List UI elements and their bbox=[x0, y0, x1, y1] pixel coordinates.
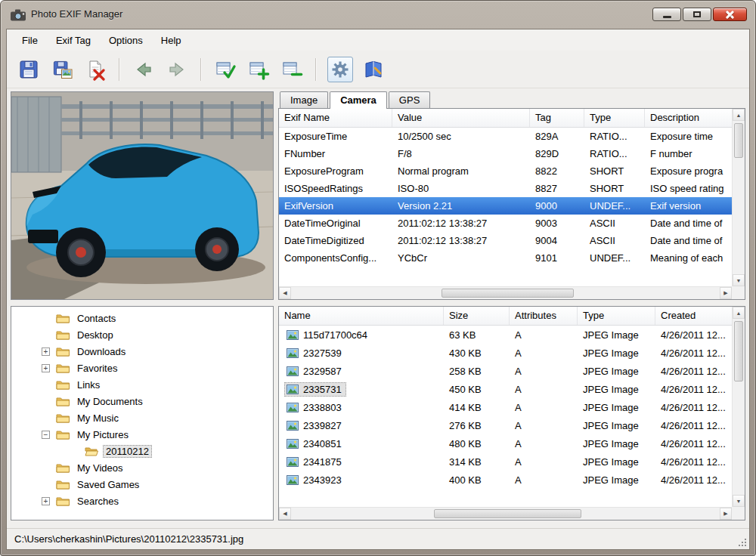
scrollbar-thumb[interactable] bbox=[434, 509, 581, 518]
scrollbar-thumb[interactable] bbox=[734, 321, 743, 381]
close-button[interactable] bbox=[713, 8, 747, 21]
exif-row-componentsconfig[interactable]: ComponentsConfig...YCbCr9101UNDEF...Mean… bbox=[279, 249, 732, 267]
menu-item-exif-tag[interactable]: Exif Tag bbox=[47, 31, 100, 50]
tree-item-my-documents[interactable]: My Documents bbox=[11, 393, 273, 409]
exif-row-datetimedigitized[interactable]: DateTimeDigitized2011:02:12 13:38:279004… bbox=[279, 232, 732, 249]
scroll-left-icon[interactable]: ◀ bbox=[279, 508, 291, 520]
save-button[interactable] bbox=[16, 57, 42, 82]
exif-row-exifversion[interactable]: ExifVersionVersion 2.219000UNDEF...Exif … bbox=[279, 197, 732, 215]
file-vertical-scrollbar[interactable]: ▲ ▼ bbox=[732, 307, 745, 507]
scroll-right-icon[interactable]: ▶ bbox=[720, 508, 732, 520]
menu-item-file[interactable]: File bbox=[13, 31, 47, 50]
exif-cell: UNDEF... bbox=[584, 200, 645, 212]
exif-row-exposureprogram[interactable]: ExposureProgramNormal program8822SHORTEx… bbox=[279, 162, 732, 180]
exif-row-exposuretime[interactable]: ExposureTime10/2500 sec829ARATIO...Expos… bbox=[279, 128, 732, 145]
client-area: FileExif TagOptionsHelp bbox=[6, 29, 750, 550]
exif-column-header-description[interactable]: Description bbox=[645, 109, 745, 127]
file-row-2335731[interactable]: 2335731450 KBAJPEG Image4/26/2011 12... bbox=[279, 380, 732, 398]
file-cell: JPEG Image bbox=[578, 348, 655, 359]
tree-item-my-pictures[interactable]: −My Pictures bbox=[11, 426, 273, 443]
folder-icon bbox=[56, 363, 70, 373]
tree-item-searches[interactable]: +Searches bbox=[11, 493, 273, 509]
save-as-button[interactable] bbox=[49, 57, 75, 82]
file-row-2340851[interactable]: 2340851480 KBAJPEG Image4/26/2011 12... bbox=[279, 434, 732, 453]
exif-vertical-scrollbar[interactable]: ▲ ▼ bbox=[732, 109, 745, 286]
tree-item-downloads[interactable]: +Downloads bbox=[11, 343, 273, 360]
scroll-left-icon[interactable]: ◀ bbox=[279, 287, 291, 299]
tree-item-20110212[interactable]: 20110212 bbox=[11, 443, 273, 459]
image-file-icon bbox=[287, 403, 299, 412]
tree-item-links[interactable]: Links bbox=[11, 376, 273, 393]
status-bar: C:\Users\cherkashin\Pictures\20110212\23… bbox=[7, 528, 749, 549]
file-row-2327539[interactable]: 2327539430 KBAJPEG Image4/26/2011 12... bbox=[279, 344, 732, 362]
scrollbar-thumb[interactable] bbox=[442, 289, 574, 298]
next-image-button[interactable] bbox=[164, 57, 190, 82]
tree-item-my-videos[interactable]: My Videos bbox=[11, 459, 273, 476]
options-button[interactable] bbox=[327, 57, 353, 82]
file-cell: 4/26/2011 12... bbox=[655, 329, 732, 341]
tree-item-contacts[interactable]: Contacts bbox=[11, 310, 273, 326]
next-image-icon bbox=[166, 58, 188, 81]
file-column-header-type[interactable]: Type bbox=[578, 307, 655, 325]
apply-tags-icon bbox=[214, 58, 237, 81]
remove-exif-button[interactable] bbox=[82, 57, 108, 82]
tree-item-saved-games[interactable]: Saved Games bbox=[11, 476, 273, 493]
exif-cell: Exif version bbox=[645, 200, 732, 212]
file-column-header-name[interactable]: Name bbox=[279, 307, 444, 325]
title-bar[interactable]: Photo EXIF Manager bbox=[1, 1, 755, 29]
exif-row-isospeedratings[interactable]: ISOSpeedRatingsISO-808827SHORTISO speed … bbox=[279, 180, 732, 197]
scroll-down-icon[interactable]: ▼ bbox=[733, 274, 745, 286]
file-horizontal-scrollbar[interactable]: ◀ ▶ bbox=[279, 507, 732, 520]
folder-tree: ContactsDesktop+Downloads+FavoritesLinks… bbox=[11, 307, 273, 509]
expand-icon[interactable]: + bbox=[42, 348, 50, 356]
file-row-2338803[interactable]: 2338803414 KBAJPEG Image4/26/2011 12... bbox=[279, 398, 732, 416]
exif-horizontal-scrollbar[interactable]: ◀ ▶ bbox=[279, 286, 732, 299]
file-row-2341875[interactable]: 2341875314 KBAJPEG Image4/26/2011 12... bbox=[279, 453, 732, 471]
remove-tag-button[interactable] bbox=[279, 57, 305, 82]
file-row-2329587[interactable]: 2329587258 KBAJPEG Image4/26/2011 12... bbox=[279, 362, 732, 380]
maximize-icon bbox=[693, 11, 701, 17]
exif-column-header-value[interactable]: Value bbox=[392, 109, 530, 127]
file-row-115d71700c64[interactable]: 115d71700c6463 KBAJPEG Image4/26/2011 12… bbox=[279, 326, 732, 344]
maximize-button[interactable] bbox=[683, 8, 711, 21]
file-cell: A bbox=[510, 402, 578, 413]
exif-row-fnumber[interactable]: FNumberF/8829DRATIO...F number bbox=[279, 145, 732, 162]
tab-gps[interactable]: GPS bbox=[389, 91, 430, 108]
file-column-header-attributes[interactable]: Attributes bbox=[510, 307, 578, 325]
image-file-icon bbox=[287, 421, 299, 431]
menu-item-options[interactable]: Options bbox=[100, 31, 152, 50]
file-row-2343923[interactable]: 2343923400 KBAJPEG Image4/26/2011 12... bbox=[279, 471, 732, 489]
exif-column-header-type[interactable]: Type bbox=[584, 109, 645, 127]
minimize-button[interactable] bbox=[652, 8, 681, 21]
tree-item-favorites[interactable]: +Favorites bbox=[11, 360, 273, 376]
help-button[interactable] bbox=[361, 57, 386, 82]
file-cell: 4/26/2011 12... bbox=[655, 438, 732, 449]
expand-icon[interactable]: + bbox=[42, 497, 50, 505]
expand-icon[interactable]: + bbox=[42, 364, 50, 372]
tab-image[interactable]: Image bbox=[280, 91, 328, 108]
apply-tags-button[interactable] bbox=[212, 57, 238, 82]
scroll-right-icon[interactable]: ▶ bbox=[720, 287, 732, 299]
file-row-2339827[interactable]: 2339827276 KBAJPEG Image4/26/2011 12... bbox=[279, 416, 732, 434]
tree-item-label: Favorites bbox=[74, 362, 120, 375]
exif-column-header-tag[interactable]: Tag bbox=[530, 109, 584, 127]
exif-row-datetimeoriginal[interactable]: DateTimeOriginal2011:02:12 13:38:279003A… bbox=[279, 215, 732, 232]
scroll-down-icon[interactable]: ▼ bbox=[733, 495, 745, 507]
tree-item-desktop[interactable]: Desktop bbox=[11, 326, 273, 343]
scroll-up-icon[interactable]: ▲ bbox=[733, 109, 745, 121]
tree-item-my-music[interactable]: My Music bbox=[11, 409, 273, 426]
scroll-up-icon[interactable]: ▲ bbox=[733, 307, 745, 319]
add-tag-button[interactable] bbox=[246, 57, 271, 82]
exif-column-header-exif-name[interactable]: Exif Name bbox=[279, 109, 392, 127]
file-name: 115d71700c64 bbox=[284, 328, 372, 342]
menu-item-help[interactable]: Help bbox=[152, 31, 191, 50]
resize-grip[interactable] bbox=[745, 545, 746, 546]
preview-photo bbox=[11, 92, 273, 299]
previous-image-button[interactable] bbox=[131, 57, 156, 82]
file-name: 2339827 bbox=[284, 419, 346, 433]
collapse-icon[interactable]: − bbox=[42, 431, 50, 439]
scrollbar-thumb[interactable] bbox=[734, 123, 743, 158]
exif-cell: ExposureTime bbox=[279, 131, 392, 142]
file-column-header-size[interactable]: Size bbox=[444, 307, 510, 325]
tab-camera[interactable]: Camera bbox=[330, 91, 387, 109]
